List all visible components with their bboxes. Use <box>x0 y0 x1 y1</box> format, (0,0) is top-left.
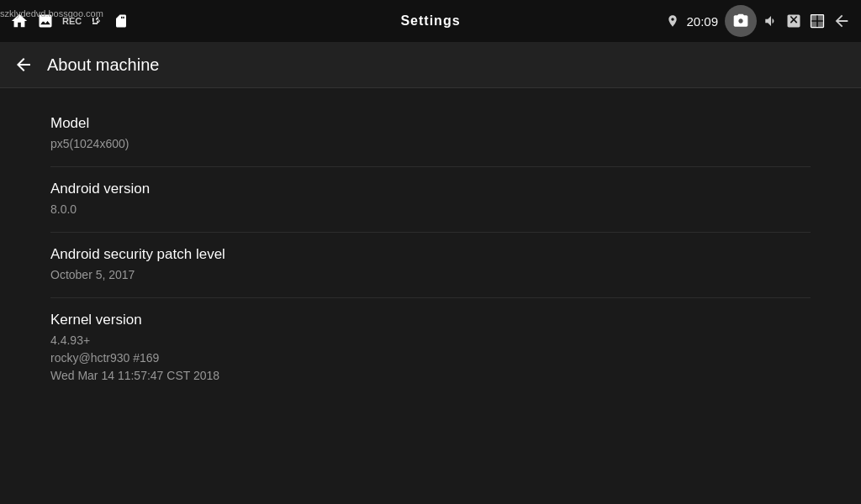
image-icon <box>37 13 54 29</box>
kernel-version-section: Kernel version 4.4.93+ rocky@hctr930 #16… <box>50 298 811 398</box>
settings-title: Settings <box>400 13 460 28</box>
android-version-label: Android version <box>50 181 811 197</box>
android-version-value: 8.0.0 <box>50 201 811 218</box>
volume-icon[interactable] <box>763 13 779 29</box>
window-icon[interactable] <box>809 13 826 29</box>
kernel-version-label: Kernel version <box>50 312 811 328</box>
status-bar-left: REC <box>10 12 129 30</box>
location-icon <box>666 14 679 28</box>
android-version-section: Android version 8.0.0 <box>50 167 811 233</box>
kernel-version-value: 4.4.93+ rocky@hctr930 #169 Wed Mar 14 11… <box>50 332 811 385</box>
nav-header: About machine <box>0 42 861 88</box>
home-icon[interactable] <box>10 12 29 30</box>
nav-back-icon[interactable] <box>832 12 851 30</box>
back-button[interactable] <box>13 55 34 75</box>
sd-icon <box>114 13 129 29</box>
security-patch-section: Android security patch level October 5, … <box>50 233 811 298</box>
model-label: Model <box>50 115 811 132</box>
close-box-icon[interactable] <box>785 13 802 29</box>
camera-icon[interactable] <box>725 5 757 37</box>
content-area: Model px5(861x504) Android version 8.0.… <box>0 88 861 504</box>
app-title: Settings <box>400 13 460 29</box>
usb-icon <box>90 13 105 29</box>
security-patch-value: October 5, 2017 <box>50 266 811 284</box>
page-title: About machine <box>47 55 159 75</box>
status-bar: szklydedvd.bossgoo.com REC <box>0 0 861 42</box>
status-bar-right: 20:09 <box>666 5 851 37</box>
rec-icon: REC <box>62 16 82 26</box>
clock: 20:09 <box>686 14 718 29</box>
model-section: Model px5(861x504) <box>50 102 811 167</box>
model-value: px5(861x504) <box>50 135 811 153</box>
security-patch-label: Android security patch level <box>50 246 811 263</box>
